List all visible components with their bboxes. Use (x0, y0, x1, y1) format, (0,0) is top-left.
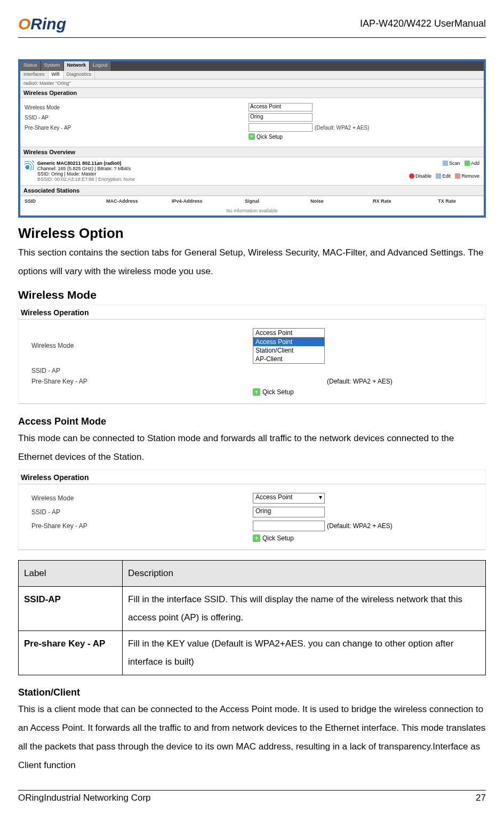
no-info-msg: No information available (20, 206, 484, 216)
lbl-psk-ap: Pre-Share Key - AP (31, 378, 253, 385)
hint-psk: (Default: WPA2 + AES) (327, 522, 393, 530)
chevron-down-icon: ▾ (319, 493, 322, 501)
input-psk-ap[interactable] (249, 123, 313, 132)
remove-icon (455, 173, 460, 179)
lbl-ssid-ap: SSID - AP (31, 508, 253, 516)
screenshot-full-ui: Status System Network Logout Interfaces … (18, 59, 486, 218)
lbl-ssid-ap: SSID - AP (25, 115, 249, 121)
logo: ORing (18, 15, 66, 33)
wifi-icon (25, 161, 34, 170)
header-rule (18, 37, 486, 38)
breadcrumb: radio0: Master "Oring" (20, 79, 484, 87)
input-ssid-ap[interactable]: Oring (249, 113, 313, 122)
quick-setup-button[interactable]: +Qick Setup (249, 133, 283, 140)
tab-status[interactable]: Status (20, 61, 41, 71)
lbl-psk-ap: Pre-Share Key - AP (25, 125, 249, 131)
lbl-wireless-mode: Wireless Mode (25, 105, 249, 110)
th-description: Description (123, 561, 486, 587)
footer-rule (18, 790, 486, 791)
sel-wireless-mode-open[interactable]: Access Point Access Point Station/Client… (253, 328, 325, 364)
doc-title: IAP-W420/W422 UserManual (360, 18, 486, 29)
subtab-diagnostics[interactable]: Diagnostics (63, 71, 95, 79)
input-psk-ap[interactable] (253, 521, 325, 531)
para-ap-mode: This mode can be connected to Station mo… (18, 429, 486, 467)
stations-table-header: SSID MAC-Address IPv4-Address Signal Noi… (20, 196, 484, 206)
sel-wireless-mode[interactable]: Access Point ▾ (253, 493, 325, 504)
add-button[interactable]: Add (465, 161, 479, 166)
radio-channel: Channel: 165 (5.825 GHz) | Bitrate: ? Mb… (37, 166, 131, 171)
opt-station-client[interactable]: Station/Client (253, 346, 324, 355)
scan-icon (443, 161, 448, 166)
section-title: Wireless Operation (19, 305, 485, 319)
para-wireless-option: This section contains the section tabs f… (18, 244, 486, 281)
input-ssid-ap[interactable]: Oring (253, 507, 325, 517)
top-nav: Status System Network Logout (20, 61, 484, 71)
lbl-wireless-mode: Wireless Mode (31, 342, 253, 349)
scan-button[interactable]: Scan (443, 161, 460, 166)
cell-desc: Fill in the KEY value (Default is WPA2+A… (123, 631, 486, 675)
quick-setup-button[interactable]: +Qick Setup (253, 388, 481, 396)
para-station-client: This is a client mode that can be connec… (18, 700, 486, 775)
footer-company: ORingIndustrial Networking Corp (18, 793, 151, 803)
plus-icon: + (253, 388, 260, 396)
quick-setup-button[interactable]: +Qick Setup (253, 534, 481, 542)
tab-system[interactable]: System (41, 61, 64, 71)
plus-icon: + (249, 133, 255, 140)
description-table: Label Description SSID-AP Fill in the in… (18, 560, 486, 675)
remove-button[interactable]: Remove (455, 173, 479, 179)
heading-wireless-mode: Wireless Mode (18, 289, 486, 301)
edit-icon (436, 173, 441, 179)
subtab-interfaces[interactable]: Interfaces (20, 71, 49, 79)
subtab-wifi[interactable]: Wifi (49, 71, 63, 79)
section-wireless-operation: Wireless Operation (20, 87, 484, 98)
lbl-wireless-mode: Wireless Mode (31, 494, 253, 502)
hint-psk: (Default: WPA2 + AES) (327, 378, 393, 385)
disable-icon (409, 173, 414, 179)
section-wireless-overview: Wireless Overview (20, 147, 484, 157)
screenshot-mode-dropdown: Wireless Operation Wireless Mode Access … (18, 305, 486, 404)
heading-wireless-option: Wireless Option (18, 225, 486, 242)
edit-button[interactable]: Edit (436, 173, 451, 179)
sel-wireless-mode[interactable]: Access Point (249, 103, 313, 111)
screenshot-ap-mode: Wireless Operation Wireless Mode Access … (18, 469, 486, 550)
cell-desc: Fill in the interface SSID. This will di… (123, 587, 486, 631)
section-title: Wireless Operation (19, 470, 485, 484)
heading-ap-mode: Access Point Mode (18, 416, 486, 427)
radio-title: Generic MAC80211 802.11an (radio0) (37, 161, 131, 166)
th-label: Label (19, 561, 123, 587)
lbl-psk-ap: Pre-Share Key - AP (31, 522, 253, 530)
section-assoc-stations: Associated Stations (20, 185, 484, 196)
disable-button[interactable]: Disable (409, 173, 431, 179)
plus-icon: + (253, 534, 260, 542)
opt-ap-client[interactable]: AP-Client (253, 355, 324, 363)
opt-access-point[interactable]: Access Point (253, 338, 324, 346)
sub-nav: Interfaces Wifi Diagnostics (20, 71, 484, 79)
hint-psk: (Default: WPA2 + AES) (315, 125, 369, 131)
page-number: 27 (476, 793, 486, 803)
tab-logout[interactable]: Logout (90, 61, 111, 71)
add-icon (465, 161, 470, 166)
tab-network[interactable]: Network (64, 61, 90, 71)
table-row: Pre-share Key - AP Fill in the KEY value… (19, 631, 486, 675)
cell-label: SSID-AP (19, 587, 123, 631)
cell-label: Pre-share Key - AP (19, 631, 123, 675)
heading-station-client: Station/Client (18, 687, 486, 698)
table-row: SSID-AP Fill in the interface SSID. This… (19, 587, 486, 631)
lbl-ssid-ap: SSID - AP (31, 367, 253, 374)
